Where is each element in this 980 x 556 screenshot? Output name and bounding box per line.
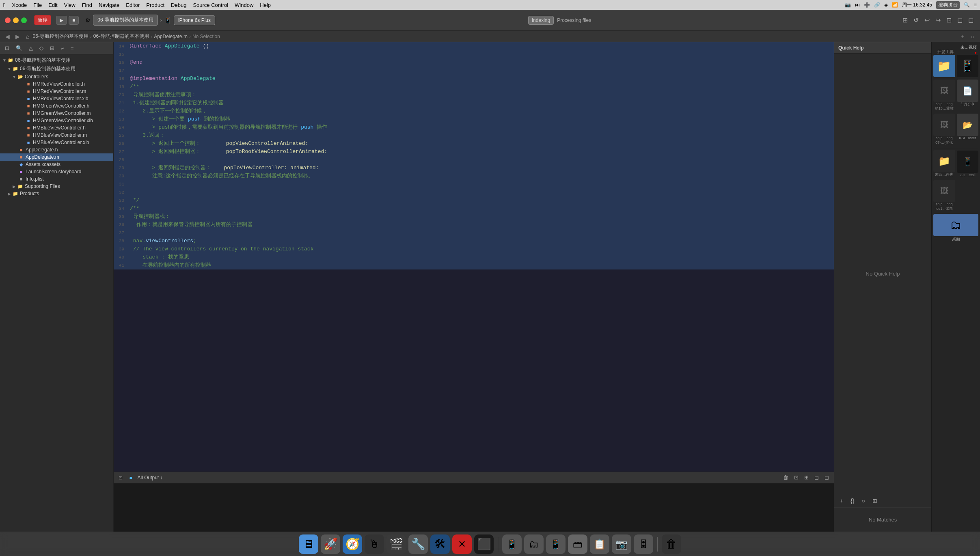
breadcrumb-back[interactable]: ◀ xyxy=(4,33,11,40)
pause-btn[interactable]: 暂停 xyxy=(34,15,51,25)
snip13-thumb[interactable]: 🖼 xyxy=(933,80,955,102)
nav-debug-icon[interactable]: ⊞ xyxy=(48,44,56,52)
tree-hmbvc-xib[interactable]: ■ HMBlueViewController.xib xyxy=(0,139,113,146)
input-method[interactable]: 搜狗拼音 xyxy=(936,1,960,9)
tree-root1[interactable]: ▼ 📁 06-导航控制器的基本使用 xyxy=(0,56,113,65)
breadcrumb-path1[interactable]: 06-导航控制器的基本使用 xyxy=(32,33,88,40)
breadcrumb-forward[interactable]: ▶ xyxy=(14,33,21,40)
close-button[interactable] xyxy=(5,17,11,23)
grid-icon[interactable]: ⊞ xyxy=(901,15,909,25)
breadcrumb-path4[interactable]: No Selection xyxy=(192,34,220,39)
code-content[interactable]: 14 @interface AppDelegate () 15 16 @end … xyxy=(114,42,834,472)
tree-launchscreen[interactable]: ■ LaunchScreen.storyboard xyxy=(0,168,113,175)
menu-file[interactable]: File xyxy=(33,2,42,8)
menu-edit[interactable]: Edit xyxy=(48,2,57,8)
grid-debug-icon[interactable]: ⊞ xyxy=(803,474,810,481)
forward-nav-icon[interactable]: ↪ xyxy=(934,15,942,25)
tree-appdelegate-h[interactable]: ■ AppDelegate.h xyxy=(0,146,113,153)
add-icon[interactable]: ➕ xyxy=(864,2,870,8)
notif-icon[interactable]: ≡ xyxy=(974,2,977,8)
dock-app1[interactable]: 📱 xyxy=(502,534,522,554)
maximize-button[interactable] xyxy=(21,17,27,23)
run-button[interactable]: ▶ xyxy=(56,16,67,25)
dock-app2[interactable]: 🗂 xyxy=(524,534,544,554)
video-folder[interactable]: 📱 xyxy=(957,55,979,77)
dock-app6[interactable]: 📷 xyxy=(612,534,631,554)
dock-pdfx[interactable]: ✕ xyxy=(452,534,472,554)
chadan-thumb[interactable]: 📄 xyxy=(957,80,979,102)
tree-products[interactable]: ▶ 📁 Products xyxy=(0,190,113,197)
device-selector[interactable]: iPhone 6s Plus xyxy=(174,15,215,25)
tree-hmrvc-m[interactable]: ■ HMRedViewController.m xyxy=(0,88,113,95)
dock-finder[interactable]: 🖥 xyxy=(299,534,318,554)
refresh-icon[interactable]: ↺ xyxy=(912,15,920,25)
dock-terminal[interactable]: ⬛ xyxy=(474,534,494,554)
layout2-icon[interactable]: ◻ xyxy=(956,15,964,25)
menu-help[interactable]: Help xyxy=(260,2,271,8)
add-file-icon[interactable]: + xyxy=(959,32,966,41)
qh-grid-icon[interactable]: ⊞ xyxy=(871,497,879,505)
snip07-thumb[interactable]: 🖼 xyxy=(933,114,955,136)
spotlight-icon[interactable]: 🔍 xyxy=(964,2,970,8)
dock-xcode[interactable]: 🛠 xyxy=(430,534,450,554)
menu-view[interactable]: View xyxy=(64,2,76,8)
dock-app5[interactable]: 📋 xyxy=(590,534,609,554)
link-icon[interactable]: 🔗 xyxy=(874,2,880,8)
panel2-icon[interactable]: ◻ xyxy=(823,474,831,481)
tree-hmgvc-xib[interactable]: ■ HMGreenViewController.xib xyxy=(0,117,113,124)
dock-trash[interactable]: 🗑 xyxy=(662,534,681,554)
split-icon[interactable]: ⊡ xyxy=(792,474,800,481)
panel1-icon[interactable]: ◻ xyxy=(813,474,820,481)
menu-source-control[interactable]: Source Control xyxy=(193,2,228,8)
ksi-thumb[interactable]: 📂 xyxy=(957,114,979,136)
nav-warning-icon[interactable]: △ xyxy=(27,44,35,52)
stop-button[interactable]: ■ xyxy=(69,16,79,25)
fast-forward-icon[interactable]: ⏭ xyxy=(855,2,860,8)
qh-add-icon[interactable]: + xyxy=(838,497,845,505)
tree-info-plist[interactable]: ■ Info.plist xyxy=(0,175,113,183)
tree-assets[interactable]: ◆ Assets.xcassets xyxy=(0,161,113,168)
dock-safari[interactable]: 🧭 xyxy=(343,534,362,554)
back-nav-icon[interactable]: ↩ xyxy=(923,15,931,25)
menu-find[interactable]: Find xyxy=(82,2,92,8)
layout1-icon[interactable]: ⊡ xyxy=(945,15,953,25)
tree-controllers[interactable]: ▼ 📂 Controllers xyxy=(0,73,113,80)
devtools-folder[interactable]: 📁 xyxy=(933,55,955,77)
menu-product[interactable]: Product xyxy=(146,2,164,8)
nav-filter-icon[interactable]: ⌿ xyxy=(59,44,66,52)
breadcrumb-path2[interactable]: 06-导航控制器的基本使用 xyxy=(93,33,149,40)
menu-navigate[interactable]: Navigate xyxy=(99,2,119,8)
dock-launchpad[interactable]: 🚀 xyxy=(321,534,340,554)
dock-app4[interactable]: 🗃 xyxy=(568,534,587,554)
minimize-button[interactable] xyxy=(13,17,19,23)
dock-app3[interactable]: 📱 xyxy=(546,534,566,554)
debug-icon1[interactable]: ⊡ xyxy=(117,474,124,481)
dock-tools[interactable]: 🔧 xyxy=(408,534,428,554)
file-thumb[interactable]: 📁 xyxy=(933,150,955,172)
qh-code-icon[interactable]: {} xyxy=(849,497,856,505)
ios-thumb[interactable]: 🖼 xyxy=(933,180,955,202)
breadcrumb-path3[interactable]: AppDelegate.m xyxy=(154,34,188,39)
menu-xcode[interactable]: Xcode xyxy=(12,2,27,8)
menu-debug[interactable]: Debug xyxy=(171,2,186,8)
zjl-thumb[interactable]: 📱 xyxy=(957,151,979,173)
nav-list-icon[interactable]: ≡ xyxy=(69,44,76,52)
dock-movie[interactable]: 🎬 xyxy=(386,534,406,554)
nav-search-icon[interactable]: 🔍 xyxy=(14,44,24,52)
nav-test-icon[interactable]: ◇ xyxy=(38,44,45,52)
output-area[interactable] xyxy=(114,483,834,532)
nav-folder-icon[interactable]: ⊡ xyxy=(3,44,11,52)
diamond-icon[interactable]: ◈ xyxy=(884,2,888,8)
tree-hmbvc-h[interactable]: ■ HMBlueViewController.h xyxy=(0,124,113,131)
dock-app7[interactable]: 🎛 xyxy=(634,534,653,554)
tree-hmrvc-xib[interactable]: ■ HMRedViewController.xib xyxy=(0,95,113,102)
apple-menu[interactable]:  xyxy=(3,2,5,9)
dock-mouse[interactable]: 🖱 xyxy=(365,534,384,554)
screen-icon[interactable]: 📷 xyxy=(845,2,851,8)
all-output-label[interactable]: All Output ↓ xyxy=(137,475,162,481)
tree-hmrvc-h[interactable]: ■ HMRedViewController.h xyxy=(0,80,113,88)
desktop-folder[interactable]: 🗂 xyxy=(933,214,978,236)
clear-icon[interactable]: 🗑 xyxy=(781,474,790,481)
qh-circle-icon[interactable]: ○ xyxy=(860,497,867,505)
info-icon[interactable]: ○ xyxy=(969,32,976,41)
